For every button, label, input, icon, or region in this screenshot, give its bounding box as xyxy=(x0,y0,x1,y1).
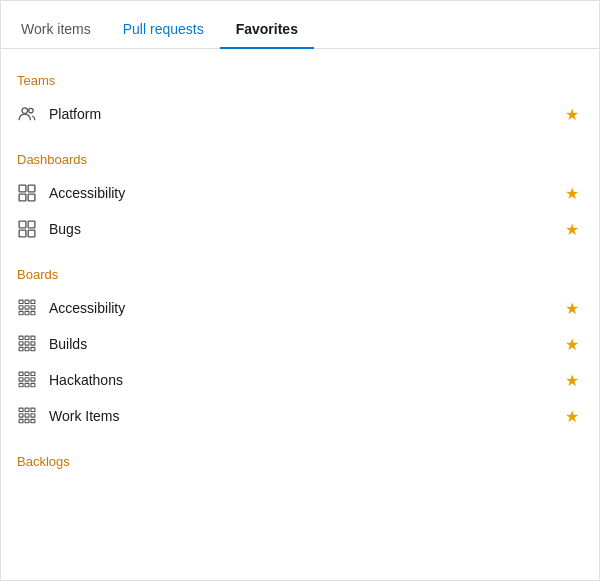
item-label: Accessibility xyxy=(49,185,557,201)
svg-rect-19 xyxy=(19,336,23,339)
item-label: Bugs xyxy=(49,221,557,237)
tab-bar: Work items Pull requests Favorites xyxy=(1,1,599,49)
section-divider xyxy=(1,132,595,140)
svg-rect-44 xyxy=(25,419,29,422)
svg-point-0 xyxy=(22,108,28,114)
dashboard-icon xyxy=(17,219,37,239)
svg-rect-12 xyxy=(31,300,35,303)
item-label: Platform xyxy=(49,106,557,122)
dashboard-icon xyxy=(17,183,37,203)
board-icon xyxy=(17,298,37,318)
svg-rect-37 xyxy=(19,408,23,411)
svg-rect-27 xyxy=(31,347,35,350)
svg-rect-6 xyxy=(19,221,26,228)
svg-rect-42 xyxy=(31,414,35,417)
svg-rect-7 xyxy=(28,221,35,228)
list-item[interactable]: Accessibility ★ xyxy=(1,175,595,211)
list-item[interactable]: Accessibility ★ xyxy=(1,290,595,326)
svg-rect-3 xyxy=(28,185,35,192)
svg-rect-35 xyxy=(25,383,29,386)
svg-rect-34 xyxy=(19,383,23,386)
svg-rect-13 xyxy=(19,306,23,309)
svg-rect-8 xyxy=(19,230,26,237)
star-icon[interactable]: ★ xyxy=(565,371,579,390)
svg-rect-36 xyxy=(31,383,35,386)
board-icon xyxy=(17,334,37,354)
svg-rect-10 xyxy=(19,300,23,303)
svg-rect-18 xyxy=(31,311,35,314)
star-icon[interactable]: ★ xyxy=(565,105,579,124)
svg-rect-20 xyxy=(25,336,29,339)
svg-rect-23 xyxy=(25,342,29,345)
svg-rect-31 xyxy=(19,378,23,381)
star-icon[interactable]: ★ xyxy=(565,407,579,426)
star-icon[interactable]: ★ xyxy=(565,184,579,203)
svg-rect-25 xyxy=(19,347,23,350)
svg-rect-21 xyxy=(31,336,35,339)
item-label: Hackathons xyxy=(49,372,557,388)
svg-rect-45 xyxy=(31,419,35,422)
star-icon[interactable]: ★ xyxy=(565,220,579,239)
svg-rect-39 xyxy=(31,408,35,411)
list-item[interactable]: Platform ★ xyxy=(1,96,595,132)
svg-rect-15 xyxy=(31,306,35,309)
svg-rect-30 xyxy=(31,372,35,375)
item-label: Builds xyxy=(49,336,557,352)
svg-rect-4 xyxy=(19,194,26,201)
svg-rect-40 xyxy=(19,414,23,417)
svg-point-1 xyxy=(29,108,34,113)
tab-pull-requests[interactable]: Pull requests xyxy=(107,9,220,49)
svg-rect-38 xyxy=(25,408,29,411)
main-container: Work items Pull requests Favorites Teams… xyxy=(0,0,600,581)
board-icon xyxy=(17,406,37,426)
svg-rect-11 xyxy=(25,300,29,303)
svg-rect-24 xyxy=(31,342,35,345)
section-divider xyxy=(1,247,595,255)
tab-work-items[interactable]: Work items xyxy=(17,9,107,49)
section-header-backlogs: Backlogs xyxy=(1,446,595,477)
section-divider xyxy=(1,434,595,442)
svg-rect-17 xyxy=(25,311,29,314)
star-icon[interactable]: ★ xyxy=(565,335,579,354)
list-item[interactable]: Builds ★ xyxy=(1,326,595,362)
list-item[interactable]: Hackathons ★ xyxy=(1,362,595,398)
svg-rect-43 xyxy=(19,419,23,422)
star-icon[interactable]: ★ xyxy=(565,299,579,318)
section-header-boards: Boards xyxy=(1,259,595,290)
board-icon xyxy=(17,370,37,390)
svg-rect-29 xyxy=(25,372,29,375)
section-header-teams: Teams xyxy=(1,65,595,96)
section-header-dashboards: Dashboards xyxy=(1,144,595,175)
svg-rect-26 xyxy=(25,347,29,350)
list-item[interactable]: Bugs ★ xyxy=(1,211,595,247)
tab-favorites[interactable]: Favorites xyxy=(220,9,314,49)
svg-rect-22 xyxy=(19,342,23,345)
people-icon xyxy=(17,104,37,124)
svg-rect-28 xyxy=(19,372,23,375)
svg-rect-9 xyxy=(28,230,35,237)
svg-rect-2 xyxy=(19,185,26,192)
svg-rect-16 xyxy=(19,311,23,314)
svg-rect-41 xyxy=(25,414,29,417)
item-label: Accessibility xyxy=(49,300,557,316)
list-item[interactable]: Work Items ★ xyxy=(1,398,595,434)
item-label: Work Items xyxy=(49,408,557,424)
svg-rect-33 xyxy=(31,378,35,381)
svg-rect-14 xyxy=(25,306,29,309)
svg-rect-32 xyxy=(25,378,29,381)
svg-rect-5 xyxy=(28,194,35,201)
favorites-content: Teams Platform ★ Dashboards xyxy=(1,49,599,580)
